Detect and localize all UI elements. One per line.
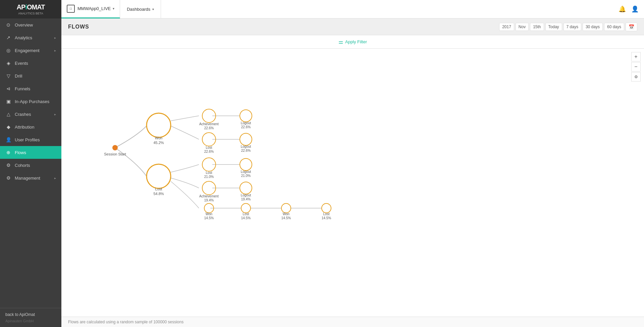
svg-point-45: [281, 203, 291, 213]
svg-text:21.0%: 21.0%: [204, 175, 214, 179]
svg-text:Won: Won: [206, 212, 212, 216]
main-area: □ MMWApp0_LIVE ▾ Dashboards ▾ 🔔 👤 FLOWS …: [61, 0, 644, 327]
svg-text:22.6%: 22.6%: [241, 149, 251, 152]
svg-text:22.6%: 22.6%: [204, 126, 214, 130]
svg-point-36: [240, 158, 252, 171]
sidebar-item-crashes[interactable]: △ Crashes ▸: [0, 108, 61, 121]
flow-svg: Session Start Won 45.2% Lost 54.8% Achie…: [61, 49, 644, 317]
sidebar-bottom: back to ApiOmat Apinauten GmbH: [0, 308, 61, 327]
sidebar-item-in-app-purchases[interactable]: ▣ In-App Purchases: [0, 95, 61, 108]
logo-icon: APiOMAT: [17, 3, 45, 11]
nav-icon-management: ⚙: [5, 175, 11, 181]
svg-point-39: [240, 182, 252, 194]
date-btn-7-days[interactable]: 7 days: [564, 23, 581, 31]
svg-point-33: [240, 133, 252, 145]
svg-point-48: [322, 203, 331, 213]
svg-point-9: [147, 113, 171, 137]
svg-text:Lost: Lost: [206, 171, 212, 175]
dashboards-tab[interactable]: Dashboards ▾: [120, 0, 161, 18]
topbar-right: 🔔 👤: [619, 5, 639, 13]
nav-arrow-engagement: ▸: [54, 49, 56, 52]
app-icon: □: [67, 5, 75, 13]
sidebar-item-analytics[interactable]: ↗ Analytics ▸: [0, 31, 61, 44]
nav-label-user-profiles: User Profiles: [15, 137, 40, 142]
svg-text:45.2%: 45.2%: [153, 141, 164, 145]
nav-icon-user-profiles: 👤: [5, 137, 11, 143]
nav-label-overview: Overview: [15, 22, 33, 28]
svg-point-30: [240, 110, 252, 122]
svg-text:Session Start: Session Start: [104, 152, 126, 156]
sidebar-item-engagement[interactable]: ◎ Engagement ▸: [0, 44, 61, 57]
zoom-in-button[interactable]: +: [631, 52, 641, 61]
nav-icon-analytics: ↗: [5, 35, 11, 41]
svg-text:Won: Won: [283, 212, 289, 216]
nav-label-flows: Flows: [15, 150, 26, 155]
nav-icon-funnels: ⊲: [5, 86, 11, 92]
flow-footer: Flows are calculated using a random samp…: [61, 317, 644, 327]
sidebar-item-management[interactable]: ⚙ Management ▸: [0, 172, 61, 184]
svg-text:21.0%: 21.0%: [241, 174, 251, 178]
topbar: □ MMWApp0_LIVE ▾ Dashboards ▾ 🔔 👤: [61, 0, 644, 18]
sidebar-item-cohorts[interactable]: ⚙ Cohorts: [0, 159, 61, 172]
svg-text:22.6%: 22.6%: [241, 125, 251, 129]
footer-text: Flows are calculated using a random samp…: [68, 320, 183, 324]
svg-text:Logout: Logout: [241, 145, 251, 148]
zoom-settings-button[interactable]: ⚙: [631, 72, 641, 82]
date-btn-2017[interactable]: 2017: [499, 23, 514, 31]
sidebar-item-events[interactable]: ◈ Events: [0, 57, 61, 69]
date-controls: 2017Nov15thToday7 days30 days60 days📅: [499, 22, 637, 31]
nav-label-drill: Drill: [15, 74, 22, 79]
sidebar-item-attribution[interactable]: ◆ Attribution: [0, 121, 61, 133]
apply-filter-button[interactable]: ⚌ Apply Filter: [338, 39, 367, 45]
svg-text:Logout: Logout: [241, 121, 251, 125]
back-to-apiomatlink[interactable]: back to ApiOmat: [5, 312, 56, 317]
calendar-icon-button[interactable]: 📅: [626, 22, 637, 31]
sidebar-item-drill[interactable]: ▽ Drill: [0, 69, 61, 82]
nav-label-engagement: Engagement: [15, 48, 40, 53]
nav-label-in-app-purchases: In-App Purchases: [15, 99, 49, 104]
svg-text:Won: Won: [155, 136, 162, 140]
nav-icon-events: ◈: [5, 60, 11, 66]
notification-icon[interactable]: 🔔: [619, 5, 626, 13]
date-btn-60-days[interactable]: 60 days: [604, 23, 624, 31]
svg-text:19.4%: 19.4%: [241, 197, 251, 201]
date-btn-15th[interactable]: 15th: [530, 23, 544, 31]
svg-point-42: [241, 203, 251, 213]
date-btn-today[interactable]: Today: [545, 23, 562, 31]
svg-text:Lost: Lost: [243, 212, 249, 216]
svg-point-12: [147, 164, 171, 188]
date-btn-30-days[interactable]: 30 days: [583, 23, 603, 31]
nav-icon-cohorts: ⚙: [5, 162, 11, 168]
user-profile-icon[interactable]: 👤: [631, 5, 639, 13]
dashboards-label: Dashboards: [127, 7, 150, 12]
svg-text:Achievement: Achievement: [199, 194, 219, 198]
nav-icon-crashes: △: [5, 111, 11, 117]
zoom-controls: + − ⚙: [631, 52, 641, 82]
nav-label-funnels: Funnels: [15, 86, 30, 91]
date-btn-nov[interactable]: Nov: [516, 23, 529, 31]
svg-text:Lost: Lost: [206, 146, 212, 149]
svg-text:Logout: Logout: [241, 170, 251, 174]
logo-sub: ANALYTICS BETA: [17, 12, 45, 15]
sidebar: APiOMAT ANALYTICS BETA ⊙ Overview ↗ Anal…: [0, 0, 61, 327]
apply-filter-label: Apply Filter: [345, 39, 367, 44]
nav-label-analytics: Analytics: [15, 35, 32, 40]
company-name: Apinauten GmbH: [5, 319, 56, 323]
svg-text:Lost: Lost: [323, 212, 330, 216]
sidebar-item-funnels[interactable]: ⊲ Funnels: [0, 82, 61, 95]
app-chevron-icon: ▾: [113, 7, 114, 10]
sidebar-item-flows[interactable]: ⊕ Flows: [0, 146, 61, 159]
svg-point-7: [112, 145, 118, 150]
sidebar-item-user-profiles[interactable]: 👤 User Profiles: [0, 133, 61, 146]
nav-icon-overview: ⊙: [5, 22, 11, 28]
zoom-out-button[interactable]: −: [631, 62, 641, 72]
svg-text:Logout: Logout: [241, 193, 251, 197]
nav-icon-in-app-purchases: ▣: [5, 98, 11, 104]
svg-text:Achievement: Achievement: [199, 122, 219, 126]
svg-text:Lost: Lost: [155, 187, 162, 191]
app-tab[interactable]: □ MMWApp0_LIVE ▾: [61, 0, 120, 18]
svg-text:14.5%: 14.5%: [322, 216, 331, 220]
logo-area: APiOMAT ANALYTICS BETA: [0, 0, 61, 18]
nav-label-management: Management: [15, 176, 40, 181]
sidebar-item-overview[interactable]: ⊙ Overview: [0, 18, 61, 31]
